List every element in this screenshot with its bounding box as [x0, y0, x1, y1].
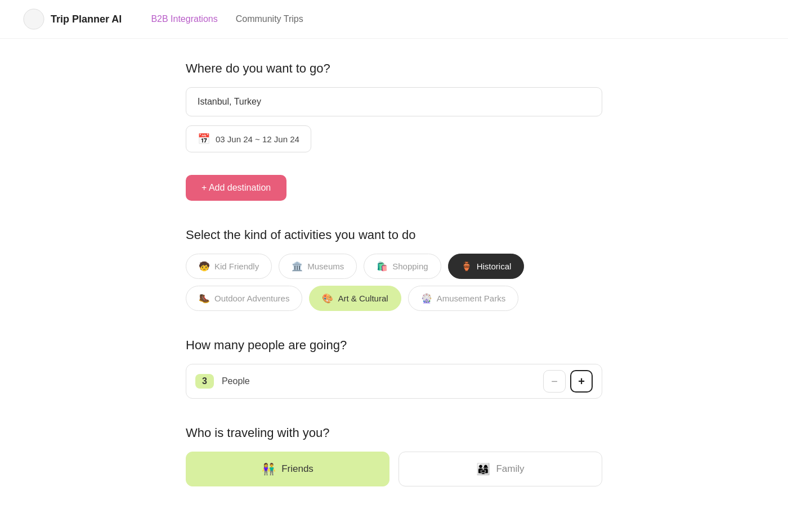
traveling-title: Who is traveling with you?: [186, 426, 602, 440]
destination-title: Where do you want to go?: [186, 61, 602, 76]
travel-family-button[interactable]: 👨‍👩‍👧 Family: [399, 452, 602, 486]
decrement-button[interactable]: −: [543, 370, 566, 393]
logo-text: Trip Planner AI: [51, 13, 122, 25]
travel-options: 👫 Friends 👨‍👩‍👧 Family: [186, 452, 602, 486]
activity-kid-friendly[interactable]: 🧒 Kid Friendly: [186, 254, 272, 279]
amusement-parks-icon: 🎡: [421, 293, 432, 304]
activity-outdoor-label: Outdoor Adventures: [214, 294, 289, 303]
add-destination-button[interactable]: + Add destination: [186, 175, 286, 201]
calendar-icon: 📅: [198, 133, 210, 145]
counter-controls: − +: [543, 370, 593, 393]
activities-section: Select the kind of activities you want t…: [186, 228, 602, 311]
svg-point-0: [24, 9, 44, 29]
destination-input[interactable]: [186, 87, 602, 116]
family-icon: 👨‍👩‍👧: [476, 462, 490, 476]
activity-amusement-parks-label: Amusement Parks: [437, 294, 506, 303]
activity-museums[interactable]: 🏛️ Museums: [279, 254, 357, 279]
date-range-button[interactable]: 📅 03 Jun 24 ~ 12 Jun 24: [186, 125, 311, 152]
friends-icon: 👫: [262, 462, 276, 476]
navbar: 🧳 Trip Planner AI B2B Integrations Commu…: [0, 0, 788, 39]
activity-art-cultural-label: Art & Cultural: [338, 294, 388, 303]
activity-amusement-parks[interactable]: 🎡 Amusement Parks: [408, 286, 519, 311]
destination-section: Where do you want to go? 📅 03 Jun 24 ~ 1…: [186, 61, 602, 201]
activity-outdoor-adventures[interactable]: 🥾 Outdoor Adventures: [186, 286, 302, 311]
people-title: How many people are going?: [186, 338, 602, 353]
shopping-icon: 🛍️: [377, 261, 388, 272]
friends-label: Friends: [281, 463, 314, 475]
traveling-section: Who is traveling with you? 👫 Friends 👨‍👩…: [186, 426, 602, 486]
people-counter: 3 People − +: [186, 364, 602, 399]
main-content: Where do you want to go? 📅 03 Jun 24 ~ 1…: [174, 39, 614, 532]
activity-art-cultural[interactable]: 🎨 Art & Cultural: [309, 286, 401, 311]
activity-shopping-label: Shopping: [392, 262, 428, 271]
nav-community-link[interactable]: Community Trips: [236, 14, 303, 24]
people-count: 3: [195, 374, 214, 389]
activity-shopping[interactable]: 🛍️ Shopping: [364, 254, 441, 279]
art-cultural-icon: 🎨: [322, 293, 333, 304]
activities-title: Select the kind of activities you want t…: [186, 228, 602, 242]
activity-historical[interactable]: 🏺 Historical: [448, 254, 525, 279]
historical-icon: 🏺: [461, 261, 472, 272]
people-section: How many people are going? 3 People − +: [186, 338, 602, 399]
activities-grid: 🧒 Kid Friendly 🏛️ Museums 🛍️ Shopping 🏺 …: [186, 254, 602, 311]
family-label: Family: [496, 463, 524, 475]
museums-icon: 🏛️: [292, 261, 303, 272]
people-label: People: [222, 376, 543, 386]
activity-kid-friendly-label: Kid Friendly: [214, 262, 259, 271]
travel-friends-button[interactable]: 👫 Friends: [186, 452, 389, 486]
date-range-text: 03 Jun 24 ~ 12 Jun 24: [216, 134, 299, 144]
outdoor-icon: 🥾: [199, 293, 210, 304]
activity-museums-label: Museums: [307, 262, 344, 271]
logo-icon: 🧳: [23, 8, 45, 30]
nav-b2b-link[interactable]: B2B Integrations: [151, 14, 217, 24]
logo-area: 🧳 Trip Planner AI: [23, 8, 122, 30]
activity-historical-label: Historical: [477, 262, 512, 271]
increment-button[interactable]: +: [570, 370, 593, 393]
kid-friendly-icon: 🧒: [199, 261, 210, 272]
